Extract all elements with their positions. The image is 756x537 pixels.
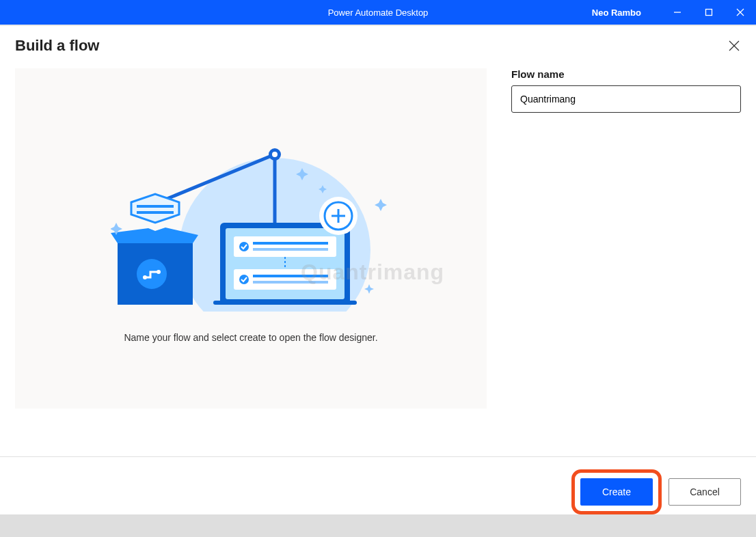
svg-rect-27 bbox=[253, 281, 328, 284]
svg-rect-22 bbox=[253, 242, 328, 245]
flowname-label: Flow name bbox=[511, 68, 741, 80]
dialog-content: Build a flow bbox=[0, 25, 756, 514]
svg-rect-26 bbox=[253, 275, 328, 277]
illustration-pane: Name your flow and select create to open… bbox=[15, 68, 487, 409]
minimize-icon bbox=[673, 8, 681, 16]
flow-illustration bbox=[111, 134, 391, 312]
maximize-button[interactable] bbox=[693, 0, 725, 25]
user-name: Neo Rambo bbox=[592, 8, 662, 18]
window-close-button[interactable] bbox=[725, 0, 756, 25]
svg-rect-13 bbox=[137, 211, 174, 214]
svg-point-21 bbox=[239, 242, 249, 251]
svg-point-16 bbox=[157, 270, 161, 274]
dialog-footer: Create Cancel bbox=[0, 456, 756, 514]
svg-point-10 bbox=[272, 152, 278, 157]
svg-rect-1 bbox=[706, 10, 712, 16]
cancel-button[interactable]: Cancel bbox=[669, 478, 741, 506]
annotation-highlight: Create bbox=[571, 469, 662, 514]
minimize-button[interactable] bbox=[662, 0, 693, 25]
svg-rect-24 bbox=[234, 269, 336, 290]
preview-hint-text: Name your flow and select create to open… bbox=[124, 332, 377, 343]
svg-point-25 bbox=[239, 275, 249, 284]
svg-point-15 bbox=[143, 275, 147, 279]
close-icon bbox=[736, 8, 744, 16]
svg-point-14 bbox=[137, 259, 167, 289]
maximize-icon bbox=[705, 8, 713, 16]
svg-rect-20 bbox=[234, 236, 336, 257]
dialog-close-button[interactable] bbox=[727, 39, 741, 53]
backdrop-strip bbox=[0, 514, 756, 537]
flowname-input[interactable] bbox=[511, 85, 741, 113]
app-title: Power Automate Desktop bbox=[328, 8, 429, 18]
svg-rect-12 bbox=[137, 205, 174, 208]
dialog-title: Build a flow bbox=[15, 37, 99, 55]
svg-rect-19 bbox=[213, 301, 357, 305]
create-button[interactable]: Create bbox=[580, 478, 653, 506]
form-pane: Flow name bbox=[511, 68, 741, 409]
svg-rect-23 bbox=[253, 248, 328, 251]
close-icon bbox=[729, 40, 740, 51]
titlebar: Power Automate Desktop Neo Rambo bbox=[0, 0, 756, 25]
